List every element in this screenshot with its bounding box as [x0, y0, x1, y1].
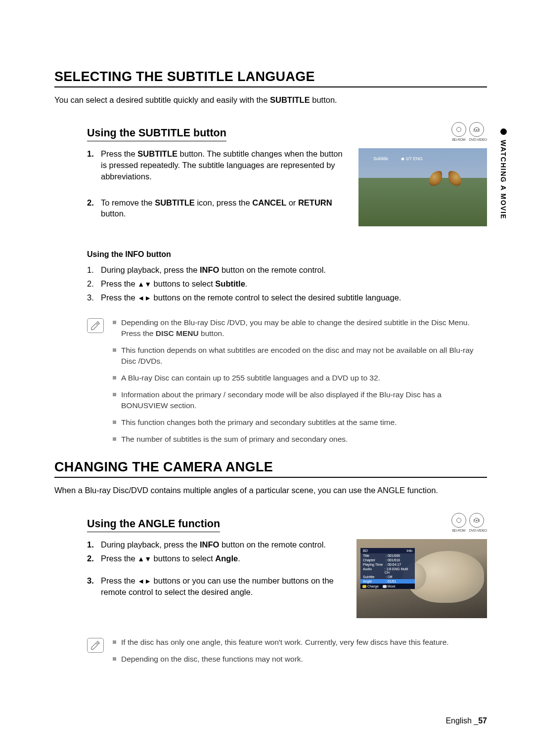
- panel-type: Info: [406, 549, 412, 552]
- left-right-arrow-icon: ◄►: [137, 577, 151, 586]
- step-number: 1.: [87, 148, 97, 182]
- step-1: 1. Press the SUBTITLE button. The subtit…: [87, 148, 350, 182]
- bullet-icon: [113, 657, 116, 661]
- dvd-video-icon: ((●)) DVD-VIDEO: [469, 513, 487, 532]
- bd-rom-icon: BD-ROM: [451, 122, 466, 141]
- tab-label: WATCHING A MOVIE: [499, 140, 507, 219]
- note-item: Depending on the Blu-ray Disc /DVD, you …: [113, 317, 487, 339]
- text: You can select a desired subtitle quickl…: [54, 95, 270, 104]
- note-text: This function changes both the primary a…: [121, 417, 397, 428]
- text: button.: [310, 95, 337, 104]
- dvd-video-icon: ((●)) DVD-VIDEO: [469, 122, 487, 141]
- info-button-steps: 1. During playback, press the INFO butto…: [87, 263, 487, 304]
- bullet-icon: [113, 393, 116, 396]
- note-text: The number of subtitles is the sum of pr…: [121, 434, 348, 445]
- panel-row: Subtitle: Off: [360, 575, 415, 579]
- note-text: This function depends on what subtitles …: [121, 345, 487, 367]
- osd-value: ◆ 1/7 ENG: [401, 156, 423, 161]
- seal-graphic: [407, 551, 484, 603]
- step-3: 3. Press the ◄► buttons on the remote co…: [87, 291, 487, 304]
- page-number: 57: [478, 716, 487, 725]
- note-text: Information about the primary / secondar…: [121, 389, 487, 411]
- step-text: Press the SUBTITLE button. The subtitle …: [101, 148, 350, 182]
- panel-row-selected: Angle : 01/01: [360, 579, 415, 584]
- step-3: 3. Press the ◄► buttons or you can use t…: [87, 575, 348, 598]
- footer-lang: English: [445, 716, 474, 725]
- step-2: 2. To remove the SUBTITLE icon, press th…: [87, 197, 350, 220]
- subtitle-lang-intro: You can select a desired subtitle quickl…: [54, 94, 487, 105]
- panel-row: Playing Time: 00:04:17: [360, 562, 415, 567]
- step-1: 1. During playback, press the INFO butto…: [87, 539, 348, 550]
- page-footer: English _57: [445, 716, 487, 725]
- note-item: The number of subtitles is the sum of pr…: [113, 434, 487, 445]
- panel-row: Title: 001/006: [360, 553, 415, 558]
- bd-rom-icon: BD-ROM: [451, 513, 466, 532]
- up-down-arrow-icon: ▲▼: [137, 554, 151, 564]
- using-info-button-heading: Using the INFO button: [87, 250, 487, 259]
- move-key-icon: [383, 585, 387, 588]
- camera-angle-heading: CHANGING THE CAMERA ANGLE: [54, 460, 487, 478]
- note-item: This function depends on what subtitles …: [113, 345, 487, 367]
- step-2: 2. Press the ▲▼ buttons to select Angle.: [87, 553, 348, 564]
- disc-compat-icons: BD-ROM ((●)) DVD-VIDEO: [451, 513, 487, 532]
- using-angle-function-heading: Using the ANGLE function: [87, 518, 220, 532]
- panel-title: BD: [363, 549, 368, 552]
- note-text: A Blu-ray Disc can contain up to 255 sub…: [121, 373, 380, 383]
- bullet-icon: [113, 420, 116, 424]
- note-pencil-icon: [87, 318, 104, 333]
- disc-compat-icons: BD-ROM ((●)) DVD-VIDEO: [451, 122, 487, 141]
- subtitle-osd-screenshot: Subtitle ◆ 1/7 ENG: [358, 148, 487, 226]
- bullet-icon: [113, 640, 116, 644]
- text-bold: SUBTITLE: [270, 95, 310, 104]
- note-item: This function changes both the primary a…: [113, 417, 487, 428]
- note-text: Depending on the Blu-ray Disc /DVD, you …: [121, 317, 487, 339]
- panel-row: Audio: 1/8 ENG Multi CH: [360, 567, 415, 575]
- using-subtitle-button-heading: Using the SUBTITLE button: [87, 127, 226, 141]
- subtitle-osd-overlay: Subtitle ◆ 1/7 ENG: [373, 156, 423, 161]
- tab-bullet-icon: [500, 128, 507, 135]
- bullet-icon: [113, 376, 116, 379]
- up-down-arrow-icon: ▲▼: [137, 279, 151, 291]
- subtitle-steps: 1. Press the SUBTITLE button. The subtit…: [87, 148, 350, 219]
- note-list: Depending on the Blu-ray Disc /DVD, you …: [113, 317, 487, 451]
- note-item: If the disc has only one angle, this fea…: [113, 637, 487, 648]
- butterfly-graphic: [429, 171, 461, 198]
- subtitle-lang-heading: SELECTING THE SUBTITLE LANGUAGE: [54, 69, 487, 87]
- step-2: 2. Press the ▲▼ buttons to select Subtit…: [87, 277, 487, 291]
- osd-label: Subtitle: [373, 156, 388, 161]
- note-list: If the disc has only one angle, this fea…: [113, 637, 487, 671]
- angle-info-screenshot: BD Info Title: 001/006Chapter: 001/016Pl…: [356, 539, 487, 618]
- bullet-icon: [113, 437, 116, 441]
- camera-angle-intro: When a Blu-ray Disc/DVD contains multipl…: [54, 485, 487, 496]
- step-number: 2.: [87, 197, 97, 220]
- note-item: A Blu-ray Disc can contain up to 255 sub…: [113, 373, 487, 383]
- subtitle-notes: Depending on the Blu-ray Disc /DVD, you …: [87, 317, 487, 451]
- note-item: Information about the primary / secondar…: [113, 389, 487, 411]
- step-text: To remove the SUBTITLE icon, press the C…: [101, 197, 350, 220]
- info-panel: BD Info Title: 001/006Chapter: 001/016Pl…: [360, 548, 415, 589]
- step-1: 1. During playback, press the INFO butto…: [87, 263, 487, 277]
- bullet-icon: [113, 348, 116, 352]
- note-text: If the disc has only one angle, this fea…: [121, 637, 449, 648]
- left-right-arrow-icon: ◄►: [137, 293, 151, 304]
- bullet-icon: [113, 321, 116, 324]
- section-side-tab: WATCHING A MOVIE: [496, 128, 510, 219]
- note-item: Depending on the disc, these functions m…: [113, 654, 487, 665]
- angle-steps: 1. During playback, press the INFO butto…: [87, 539, 348, 598]
- panel-row: Chapter: 001/016: [360, 558, 415, 562]
- note-pencil-icon: [87, 638, 104, 653]
- angle-notes: If the disc has only one angle, this fea…: [87, 637, 487, 671]
- change-key-icon: [362, 585, 366, 588]
- note-text: Depending on the disc, these functions m…: [121, 654, 303, 665]
